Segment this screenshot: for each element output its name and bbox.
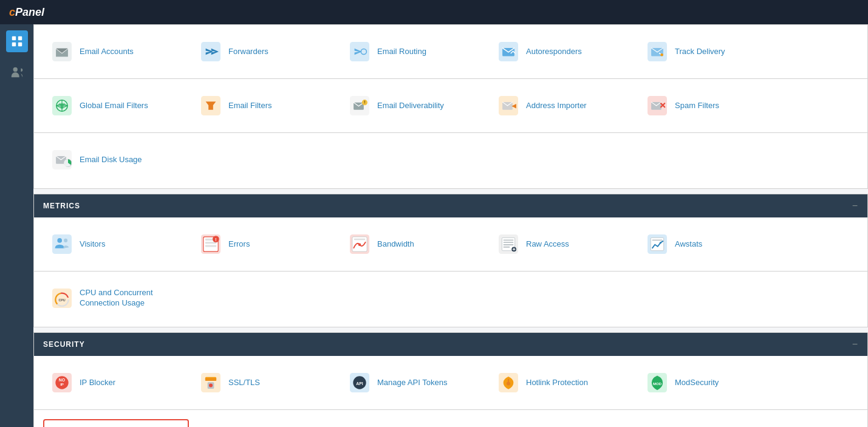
svg-rect-63: [652, 239, 663, 241]
svg-point-29: [364, 103, 366, 104]
email-disk-section: Email Disk Usage: [33, 133, 868, 189]
menu-item-awstats[interactable]: Awstats: [638, 227, 784, 262]
menu-item-cpu-usage[interactable]: CPU CPU and Concurrent Connection Usage: [43, 281, 189, 316]
menu-item-email-accounts[interactable]: Email Accounts: [43, 34, 189, 69]
email-accounts-label: Email Accounts: [80, 47, 134, 57]
metrics-title: METRICS: [43, 202, 80, 210]
menu-item-email-deliverability[interactable]: Email Deliverability: [341, 88, 487, 123]
spam-filters-label: Spam Filters: [675, 101, 719, 111]
awstats-icon: [644, 231, 670, 257]
menu-item-errors[interactable]: ! Errors: [192, 227, 338, 262]
svg-point-53: [358, 243, 361, 246]
svg-point-27: [362, 100, 367, 105]
modsecurity-label: ModSecurity: [675, 378, 719, 388]
menu-item-address-importer[interactable]: Address Importer: [490, 88, 635, 123]
svg-rect-58: [504, 244, 514, 245]
ssl-status-content: ? SSL/TLS Status: [34, 410, 867, 427]
ssl-tls-icon: [198, 370, 224, 395]
awstats-label: Awstats: [675, 239, 702, 250]
svg-point-64: [660, 242, 661, 244]
modsecurity-icon: MOD: [644, 370, 670, 395]
menu-item-visitors[interactable]: Visitors: [43, 227, 189, 262]
menu-item-raw-access[interactable]: Raw Access: [490, 227, 635, 262]
svg-rect-3: [18, 43, 21, 46]
email-filters-label: Email Filters: [228, 101, 272, 111]
metrics-content: Visitors !: [34, 217, 867, 271]
svg-point-41: [57, 238, 62, 243]
menu-item-ssl-tls[interactable]: SSL/TLS: [192, 365, 338, 400]
svg-rect-57: [504, 242, 514, 243]
security-content: NO IP IP Blocker: [34, 356, 867, 409]
track-delivery-icon: [644, 39, 670, 64]
menu-item-global-email-filters[interactable]: Global Email Filters: [43, 88, 189, 123]
menu-item-ssl-tls-status[interactable]: ? SSL/TLS Status: [43, 419, 189, 427]
menu-item-manage-api-tokens[interactable]: API Manage API Tokens: [341, 365, 487, 400]
address-importer-label: Address Importer: [526, 101, 587, 111]
ssl-tls-status-icon: ?: [49, 424, 75, 427]
svg-text:IP: IP: [60, 382, 64, 386]
svg-rect-40: [52, 234, 72, 254]
menu-item-spam-filters[interactable]: Spam Filters: [638, 88, 784, 123]
bandwidth-label: Bandwidth: [377, 239, 414, 250]
global-email-filters-icon: [49, 93, 75, 118]
svg-point-79: [209, 384, 213, 388]
menu-item-autoresponders[interactable]: Autoresponders: [490, 34, 635, 69]
svg-rect-59: [504, 247, 510, 248]
svg-text:NO: NO: [59, 378, 66, 382]
menu-item-email-filters[interactable]: Email Filters: [192, 88, 338, 123]
hotlink-protection-icon: [496, 370, 521, 395]
svg-rect-47: [205, 245, 216, 247]
security-collapse-icon: −: [852, 339, 858, 350]
email-deliverability-icon: [347, 93, 372, 118]
cpu-usage-label: CPU and Concurrent Connection Usage: [80, 288, 183, 309]
cpanel-logo: cPanel: [9, 6, 44, 19]
svg-rect-56: [504, 239, 514, 241]
svg-point-17: [660, 53, 663, 56]
cpu-section: CPU CPU and Concurrent Connection Usage: [33, 272, 868, 327]
manage-api-tokens-icon: API: [347, 370, 372, 395]
menu-item-track-delivery[interactable]: Track Delivery: [638, 34, 784, 69]
metrics-collapse-icon: −: [852, 200, 858, 211]
menu-item-bandwidth[interactable]: Bandwidth: [341, 227, 487, 262]
forwarders-icon: [198, 39, 224, 64]
email-mid-content: Global Email Filters Email Filters: [34, 79, 867, 132]
main-layout: Email Accounts Forwarders: [0, 24, 868, 427]
metrics-header[interactable]: METRICS −: [34, 194, 867, 217]
menu-item-modsecurity[interactable]: MOD ModSecurity: [638, 365, 784, 400]
forwarders-label: Forwarders: [228, 47, 268, 57]
email-disk-usage-label: Email Disk Usage: [80, 155, 142, 165]
security-section: SECURITY − NO IP IP Blocker: [33, 332, 868, 410]
svg-rect-0: [12, 36, 15, 40]
address-importer-icon: [496, 93, 521, 118]
visitors-label: Visitors: [80, 239, 105, 250]
email-deliverability-label: Email Deliverability: [377, 101, 444, 111]
svg-rect-2: [12, 43, 15, 46]
global-email-filters-label: Global Email Filters: [80, 101, 148, 111]
sidebar-users-icon[interactable]: [6, 61, 28, 83]
email-top-section: Email Accounts Forwarders: [33, 24, 868, 79]
menu-item-email-routing[interactable]: Email Routing: [341, 34, 487, 69]
security-header[interactable]: SECURITY −: [34, 333, 867, 356]
main-content: Email Accounts Forwarders: [33, 24, 868, 427]
autoresponders-label: Autoresponders: [526, 47, 582, 57]
menu-item-email-disk-usage[interactable]: Email Disk Usage: [43, 142, 189, 177]
svg-rect-1: [18, 36, 21, 40]
track-delivery-label: Track Delivery: [675, 47, 725, 57]
sidebar-grid-icon[interactable]: [6, 30, 28, 52]
email-disk-content: Email Disk Usage: [34, 133, 867, 188]
svg-text:!: !: [215, 237, 217, 242]
menu-item-hotlink-protection[interactable]: Hotlink Protection: [490, 365, 635, 400]
sidebar: [0, 24, 33, 427]
security-title: SECURITY: [43, 340, 85, 349]
svg-rect-52: [354, 239, 365, 240]
ssl-tls-label: SSL/TLS: [228, 378, 260, 388]
hotlink-protection-label: Hotlink Protection: [526, 378, 588, 388]
manage-api-tokens-label: Manage API Tokens: [377, 378, 447, 388]
svg-point-4: [13, 67, 17, 72]
raw-access-label: Raw Access: [526, 239, 569, 250]
cpu-usage-icon: CPU: [49, 285, 75, 311]
email-top-content: Email Accounts Forwarders: [34, 25, 867, 78]
metrics-section: METRICS − Visitors: [33, 194, 868, 272]
menu-item-ip-blocker[interactable]: NO IP IP Blocker: [43, 365, 189, 400]
menu-item-forwarders[interactable]: Forwarders: [192, 34, 338, 69]
